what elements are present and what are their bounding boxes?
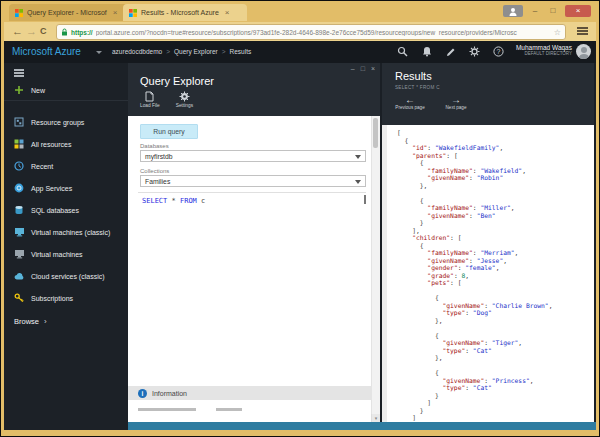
- settings-icon: [179, 91, 190, 102]
- previous-page-label: Previous page: [395, 105, 424, 110]
- portal-top-bar: Microsoft Azure azuredocdbdemo>Query Exp…: [4, 41, 596, 63]
- sidebar-item-sql-databases[interactable]: SQL databases: [4, 199, 128, 221]
- gear-icon[interactable]: [467, 44, 482, 59]
- json-line: "type": "Dog": [397, 309, 592, 317]
- json-line: "type": "Cat": [397, 347, 592, 355]
- svg-text:?: ?: [497, 48, 501, 55]
- json-line: "children": [: [397, 234, 592, 242]
- json-line: "grade": 8,: [397, 272, 592, 280]
- json-line: },: [397, 182, 592, 190]
- editor-scrollbar[interactable]: [364, 195, 366, 204]
- chevron-down-icon[interactable]: [96, 51, 102, 54]
- json-line: "gender": "female",: [397, 264, 592, 272]
- tab-close-icon[interactable]: ×: [113, 8, 118, 17]
- sidebar-item-label: Virtual machines (classic): [31, 229, 110, 236]
- avatar[interactable]: [576, 44, 591, 59]
- json-line: [: [397, 129, 592, 137]
- sidebar-item-label: App Services: [31, 185, 72, 192]
- blade-title: Results: [395, 70, 432, 82]
- sidebar-item-app-services[interactable]: App Services: [4, 177, 128, 199]
- browser-tab-query-explorer[interactable]: Query Explorer - Microsof ×: [9, 4, 131, 21]
- bookmark-star-icon[interactable]: ☆: [554, 28, 561, 37]
- browser-tab-results[interactable]: Results - Microsoft Azure ×: [123, 4, 247, 21]
- json-line: "givenName": "Tiger",: [397, 339, 592, 347]
- tab-close-icon[interactable]: ×: [225, 8, 230, 17]
- vertical-scrollbar[interactable]: [371, 116, 380, 422]
- sidebar-item-label: All resources: [31, 141, 71, 148]
- chevron-down-icon: [355, 155, 361, 159]
- query-text: SELECT * FROM c: [142, 197, 205, 205]
- search-icon[interactable]: [395, 44, 410, 59]
- hamburger-menu-icon[interactable]: [14, 69, 24, 78]
- pencil-icon[interactable]: [443, 44, 458, 59]
- scrollbar-down-arrow[interactable]: ▾: [371, 414, 380, 422]
- browser-menu-icon[interactable]: [577, 27, 588, 36]
- url-field[interactable]: https:// portal.azure.com/?nocdn=true#re…: [56, 24, 566, 40]
- portal-brand[interactable]: Microsoft Azure: [12, 46, 81, 57]
- json-line: "familyName": "Merriam",: [397, 249, 592, 257]
- maximize-button[interactable]: □: [545, 5, 561, 17]
- status-text-left: [138, 408, 196, 411]
- portal-toolbar-icons: ?: [395, 44, 506, 59]
- profile-button[interactable]: [503, 5, 523, 17]
- sidebar-item-label: Recent: [31, 163, 53, 170]
- json-line: [397, 287, 592, 295]
- sidebar-item-new[interactable]: New: [4, 81, 128, 101]
- query-editor[interactable]: SELECT * FROM c: [138, 192, 366, 384]
- subscriptions-icon: [14, 293, 24, 303]
- results-json-view[interactable]: [ { "id": "WakefieldFamily", "parents": …: [382, 125, 594, 422]
- json-line: "givenName": "Jesse",: [397, 257, 592, 265]
- next-page-button[interactable]: → Next page: [441, 94, 471, 110]
- all-resources-icon: [14, 139, 24, 149]
- databases-select[interactable]: myfirstdb: [140, 150, 366, 162]
- minimize-button[interactable]: –: [527, 5, 543, 17]
- json-line: [397, 189, 592, 197]
- load-file-label: Load File: [140, 103, 160, 108]
- bell-icon[interactable]: [419, 44, 434, 59]
- blade-maximize-icon[interactable]: □: [361, 65, 365, 72]
- results-subtitle: SELECT * FROM c: [395, 85, 440, 90]
- blade-close-icon[interactable]: ×: [371, 65, 375, 72]
- load-file-button[interactable]: Load File: [140, 91, 160, 108]
- breadcrumb-item[interactable]: Query Explorer: [174, 48, 218, 55]
- reload-icon[interactable]: C: [40, 24, 47, 39]
- sidebar-item-cloud-services-classic[interactable]: Cloud services (classic): [4, 265, 128, 287]
- settings-label: Settings: [176, 103, 193, 108]
- json-line: {: [397, 369, 592, 377]
- sidebar-item-recent[interactable]: Recent: [4, 155, 128, 177]
- browse-label: Browse: [14, 317, 39, 326]
- blade-minimize-icon[interactable]: –: [351, 65, 355, 72]
- info-icon: i: [138, 389, 147, 398]
- json-line: }: [397, 392, 592, 400]
- sql-databases-icon: [14, 205, 24, 215]
- json-line: {: [397, 159, 592, 167]
- collections-value: Families: [145, 178, 170, 185]
- close-button[interactable]: ×: [565, 5, 591, 17]
- sidebar-item-virtual-machines[interactable]: Virtual machines: [4, 243, 128, 265]
- sidebar-item-all-resources[interactable]: All resources: [4, 133, 128, 155]
- sidebar-item-browse[interactable]: Browse›: [4, 311, 128, 331]
- sidebar-item-subscriptions[interactable]: Subscriptions: [4, 287, 128, 309]
- sidebar-item-resource-groups[interactable]: Resource groups: [4, 111, 128, 133]
- run-query-button[interactable]: Run query: [140, 124, 198, 139]
- tab-title: Query Explorer - Microsof: [27, 9, 107, 16]
- sidebar-item-virtual-machines-classic[interactable]: Virtual machines (classic): [4, 221, 128, 243]
- json-line: [397, 362, 592, 370]
- breadcrumb-item[interactable]: azuredocdbdemo: [112, 48, 162, 55]
- back-icon[interactable]: ←: [12, 24, 23, 39]
- collections-select[interactable]: Families: [140, 175, 366, 187]
- breadcrumb-item[interactable]: Results: [230, 48, 252, 55]
- tab-title: Results - Microsoft Azure: [141, 9, 219, 16]
- json-line: "givenName": "Ben": [397, 212, 592, 220]
- url-scheme: https://: [71, 29, 93, 36]
- forward-icon[interactable]: →: [26, 24, 37, 39]
- settings-button[interactable]: Settings: [176, 91, 193, 108]
- json-line: {: [397, 137, 592, 145]
- information-bar[interactable]: i Information: [128, 386, 372, 400]
- json-line: },: [397, 354, 592, 362]
- previous-page-button[interactable]: ← Previous page: [395, 94, 425, 110]
- user-block[interactable]: Muhammad Waqas DEFAULT DIRECTORY: [516, 44, 572, 56]
- sidebar-item-label: SQL databases: [31, 207, 79, 214]
- help-icon[interactable]: ?: [491, 44, 506, 59]
- arrow-right-icon: →: [451, 94, 461, 105]
